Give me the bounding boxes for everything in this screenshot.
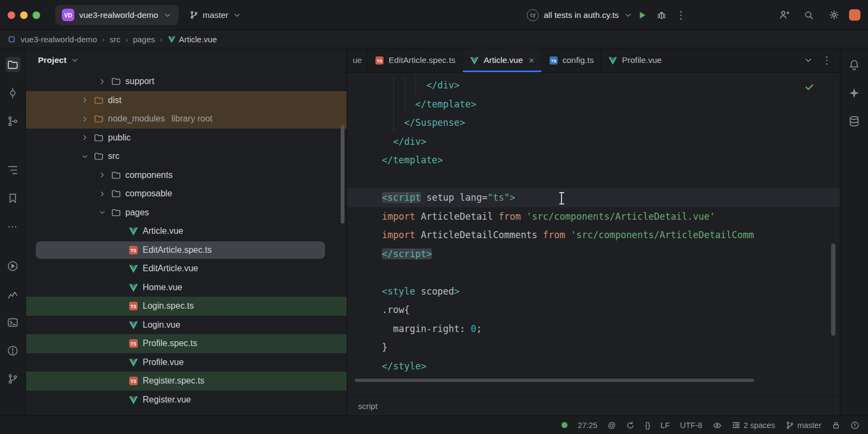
- terminal-tool-button[interactable]: [5, 315, 21, 330]
- sync-status-button[interactable]: [626, 421, 635, 430]
- tree-item-support[interactable]: support: [26, 72, 347, 91]
- chevron-down-icon[interactable]: [98, 208, 106, 217]
- project-scrollbar[interactable]: [341, 125, 344, 224]
- tree-item-login-vue[interactable]: Login.vue: [26, 316, 347, 335]
- editor-tab-profile-vue[interactable]: Profile.vue: [601, 48, 669, 72]
- tree-item-public[interactable]: public: [26, 129, 347, 148]
- code-line[interactable]: }: [347, 338, 840, 357]
- commit-tool-button[interactable]: [5, 85, 21, 100]
- chevron-right-icon[interactable]: [80, 133, 89, 142]
- tab-options-button[interactable]: ⋮: [819, 53, 834, 68]
- tree-item-register-vue[interactable]: Register.vue: [26, 391, 347, 410]
- code-line[interactable]: </template>: [347, 95, 840, 114]
- breadcrumb-item-pages[interactable]: pages: [133, 35, 155, 44]
- code-line[interactable]: </div>: [347, 132, 840, 151]
- code-line-current[interactable]: <script setup lang="ts">: [347, 188, 840, 207]
- code-line[interactable]: <style scoped>: [347, 282, 840, 301]
- code-line[interactable]: </style>: [347, 357, 840, 376]
- chevron-right-icon[interactable]: [98, 189, 106, 198]
- indent-widget[interactable]: 2 spaces: [732, 421, 775, 430]
- tree-item-article-vue[interactable]: Article.vue: [26, 222, 347, 241]
- inspections-widget[interactable]: [851, 421, 859, 430]
- tree-item-src[interactable]: src: [26, 147, 347, 166]
- chevron-right-icon[interactable]: [98, 171, 106, 180]
- tree-item-login-spec-ts[interactable]: TSLogin.spec.ts: [26, 297, 347, 316]
- code-line[interactable]: import ArticleDetail from 'src/component…: [347, 207, 840, 226]
- editor-tab-config-ts[interactable]: TSconfig.ts: [542, 48, 602, 72]
- ai-assistant-tool-button[interactable]: [847, 85, 862, 100]
- file-encoding-widget[interactable]: UTF-8: [680, 421, 703, 430]
- tree-item-home-vue[interactable]: Home.vue: [26, 278, 347, 297]
- branch-widget[interactable]: master: [189, 10, 241, 20]
- tab-list-button[interactable]: [801, 53, 816, 68]
- test-status-dot[interactable]: [561, 422, 567, 428]
- code-line[interactable]: import ArticleDetailComments from 'src/c…: [347, 226, 840, 245]
- code-line[interactable]: </template>: [347, 151, 840, 170]
- project-widget[interactable]: VD vue3-realworld-demo: [55, 5, 178, 25]
- search-everywhere-button[interactable]: [799, 6, 819, 24]
- code-line[interactable]: .row{: [347, 301, 840, 320]
- code-style-widget[interactable]: {}: [645, 421, 650, 430]
- structure-tool-button[interactable]: [5, 162, 21, 177]
- git-branch-tool-button[interactable]: [5, 371, 21, 386]
- close-tab-icon[interactable]: ×: [529, 56, 534, 65]
- tree-item-editarticle-spec-ts[interactable]: TSEditArticle.spec.ts: [26, 241, 347, 260]
- chevron-right-icon[interactable]: [80, 96, 89, 105]
- git-branch-widget[interactable]: master: [786, 421, 821, 430]
- code-line[interactable]: [347, 263, 840, 282]
- settings-button[interactable]: [824, 6, 844, 24]
- tree-item-profile-spec-ts[interactable]: TSProfile.spec.ts: [26, 334, 347, 353]
- profiler-tool-button[interactable]: [5, 286, 21, 302]
- highlighting-level-button[interactable]: [713, 421, 722, 430]
- code-line[interactable]: </div>: [347, 76, 840, 95]
- tree-item-components[interactable]: components: [26, 166, 347, 185]
- code-with-me-button[interactable]: [774, 6, 794, 24]
- tree-item-editarticle-vue[interactable]: EditArticle.vue: [26, 259, 347, 278]
- breadcrumb-item-vue3-realworld-demo[interactable]: vue3-realworld-demo: [21, 35, 97, 44]
- more-tool-button[interactable]: ⋯: [5, 219, 21, 234]
- notifications-tool-button[interactable]: [847, 57, 862, 72]
- ai-assistant-status-icon[interactable]: @: [608, 421, 616, 430]
- problems-tool-button[interactable]: [5, 343, 21, 358]
- pull-requests-tool-button[interactable]: [5, 113, 21, 129]
- inspections-ok-icon[interactable]: [804, 81, 815, 92]
- tree-item-composable[interactable]: composable: [26, 184, 347, 203]
- code-editor[interactable]: </div> </template> </Suspense> </div></t…: [347, 73, 840, 396]
- run-button[interactable]: [633, 6, 652, 24]
- bookmarks-tool-button[interactable]: [5, 190, 21, 206]
- caret-position[interactable]: 27:25: [578, 421, 597, 430]
- editor-tab-article-vue[interactable]: Article.vue×: [463, 48, 541, 72]
- minimize-window-button[interactable]: [20, 11, 28, 19]
- tree-item-register-spec-ts[interactable]: TSRegister.spec.ts: [26, 372, 347, 391]
- write-access-lock-button[interactable]: [832, 421, 840, 430]
- project-folder-tool-button[interactable]: [5, 57, 21, 72]
- code-line[interactable]: [347, 170, 840, 189]
- zoom-window-button[interactable]: [33, 11, 40, 19]
- notification-badge[interactable]: [849, 9, 860, 21]
- editor-tab-editarticle-spec-ts[interactable]: TSEditArticle.spec.ts: [368, 48, 463, 72]
- code-line[interactable]: </script>: [347, 245, 840, 264]
- code-line[interactable]: margin-right: 0;: [347, 320, 840, 339]
- tree-item-pages[interactable]: pages: [26, 203, 347, 222]
- editor-tab-ue[interactable]: ue: [347, 48, 368, 72]
- chevron-right-icon[interactable]: [98, 77, 106, 86]
- breadcrumb-item-src[interactable]: src: [110, 35, 120, 44]
- tree-item-profile-vue[interactable]: Profile.vue: [26, 353, 347, 372]
- more-actions-button[interactable]: ⋮: [672, 6, 691, 24]
- run-tool-button[interactable]: [5, 258, 21, 273]
- code-line[interactable]: </Suspense>: [347, 113, 840, 132]
- database-tool-button[interactable]: [847, 113, 862, 129]
- close-window-button[interactable]: [8, 11, 15, 19]
- line-separator-widget[interactable]: LF: [661, 421, 670, 430]
- chevron-down-icon[interactable]: [80, 152, 89, 161]
- tree-item-node-modules[interactable]: node_moduleslibrary root: [26, 110, 347, 129]
- editor-horizontal-scrollbar[interactable]: [355, 379, 754, 382]
- run-config-selector[interactable]: cy all tests in auth.cy.ts: [527, 9, 632, 21]
- chevron-right-icon[interactable]: [80, 114, 89, 123]
- debug-button[interactable]: [652, 6, 672, 24]
- project-panel-header[interactable]: Project: [26, 48, 347, 72]
- editor-vertical-scrollbar[interactable]: [831, 244, 835, 336]
- tree-item-dist[interactable]: dist: [26, 91, 347, 110]
- breadcrumb-script[interactable]: script: [358, 401, 378, 411]
- breadcrumb-item-article-vue[interactable]: Article.vue: [168, 35, 217, 44]
